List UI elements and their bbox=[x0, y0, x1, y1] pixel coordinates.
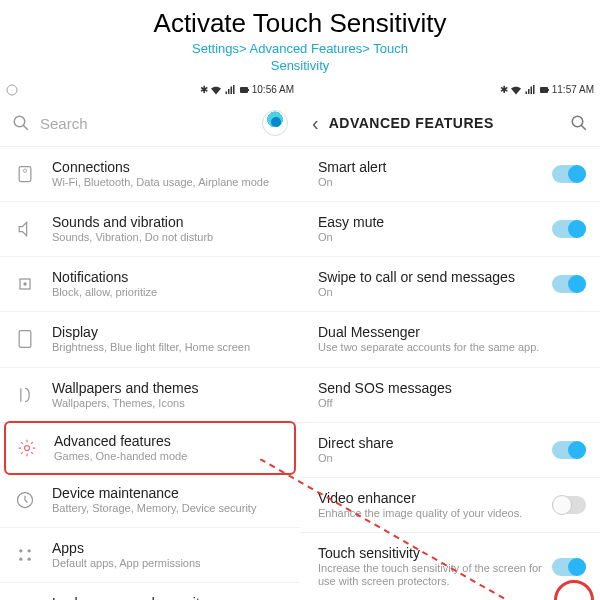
item-sub: On bbox=[318, 452, 544, 465]
settings-item-sound[interactable]: Sounds and vibrationSounds, Vibration, D… bbox=[0, 202, 300, 257]
svg-point-21 bbox=[572, 117, 583, 128]
item-sub: Off bbox=[318, 397, 586, 410]
feature-item[interactable]: Direct shareOn bbox=[300, 423, 600, 478]
device-icon bbox=[14, 489, 36, 511]
item-sub: Sounds, Vibration, Do not disturb bbox=[52, 231, 286, 244]
item-sub: Default apps, App permissions bbox=[52, 557, 286, 570]
svg-point-3 bbox=[14, 117, 25, 128]
svg-point-8 bbox=[23, 283, 26, 286]
advanced-icon bbox=[16, 437, 38, 459]
item-sub: Increase the touch sensitivity of the sc… bbox=[318, 562, 544, 588]
status-time: 10:56 AM bbox=[252, 84, 294, 95]
item-label: Advanced features bbox=[54, 433, 284, 449]
status-bar: ✱ 10:56 AM bbox=[0, 79, 300, 101]
toggle-switch[interactable] bbox=[552, 220, 586, 238]
item-sub: Battery, Storage, Memory, Device securit… bbox=[52, 502, 286, 515]
settings-list: ConnectionsWi-Fi, Bluetooth, Data usage,… bbox=[0, 147, 300, 600]
bluetooth-icon: ✱ bbox=[200, 84, 208, 95]
item-sub: On bbox=[318, 286, 544, 299]
page-title: Activate Touch Sensitivity bbox=[0, 8, 600, 39]
item-label: Connections bbox=[52, 159, 286, 175]
settings-item-apps[interactable]: AppsDefault apps, App permissions bbox=[0, 528, 300, 583]
item-label: Touch sensitivity bbox=[318, 545, 544, 561]
display-icon bbox=[14, 328, 36, 350]
item-sub: Brightness, Blue light filter, Home scre… bbox=[52, 341, 286, 354]
item-sub: Wallpapers, Themes, Icons bbox=[52, 397, 286, 410]
toggle-switch[interactable] bbox=[552, 496, 586, 514]
svg-rect-20 bbox=[548, 89, 549, 91]
settings-item-device[interactable]: Device maintenanceBattery, Storage, Memo… bbox=[0, 473, 300, 528]
settings-item-wallpaper[interactable]: Wallpapers and themesWallpapers, Themes,… bbox=[0, 368, 300, 423]
battery-icon bbox=[238, 84, 250, 96]
phones-container: ✱ 10:56 AM Search ConnectionsWi-Fi, Blue… bbox=[0, 79, 600, 600]
toggle-switch[interactable] bbox=[552, 275, 586, 293]
sound-icon bbox=[14, 218, 36, 240]
feature-item[interactable]: Swipe to call or send messagesOn bbox=[300, 257, 600, 312]
settings-item-connections[interactable]: ConnectionsWi-Fi, Bluetooth, Data usage,… bbox=[0, 147, 300, 202]
feature-item[interactable]: Video enhancerEnhance the image quality … bbox=[300, 478, 600, 533]
battery-icon bbox=[538, 84, 550, 96]
item-label: Apps bbox=[52, 540, 286, 556]
item-label: Video enhancer bbox=[318, 490, 544, 506]
search-icon bbox=[12, 114, 30, 132]
settings-item-notifications[interactable]: NotificationsBlock, allow, prioritize bbox=[0, 257, 300, 312]
svg-point-6 bbox=[23, 169, 26, 172]
reddit-icon bbox=[6, 84, 18, 96]
item-label: Wallpapers and themes bbox=[52, 380, 286, 396]
feature-item[interactable]: Smart alertOn bbox=[300, 147, 600, 202]
item-sub: Block, allow, prioritize bbox=[52, 286, 286, 299]
settings-item-display[interactable]: DisplayBrightness, Blue light filter, Ho… bbox=[0, 312, 300, 367]
item-label: Lock screen and security bbox=[52, 595, 286, 600]
svg-rect-19 bbox=[540, 87, 548, 93]
item-label: Easy mute bbox=[318, 214, 544, 230]
svg-point-10 bbox=[25, 445, 30, 450]
item-sub: Enhance the image quality of your videos… bbox=[318, 507, 544, 520]
item-label: Display bbox=[52, 324, 286, 340]
advanced-header: ‹ ADVANCED FEATURES bbox=[300, 101, 600, 147]
item-sub: Use two separate accounts for the same a… bbox=[318, 341, 586, 354]
bluetooth-icon: ✱ bbox=[500, 84, 508, 95]
header-title: ADVANCED FEATURES bbox=[329, 115, 570, 131]
status-time: 11:57 AM bbox=[552, 84, 594, 95]
item-label: Send SOS messages bbox=[318, 380, 586, 396]
wallpaper-icon bbox=[14, 384, 36, 406]
avatar[interactable] bbox=[262, 110, 288, 136]
item-label: Swipe to call or send messages bbox=[318, 269, 544, 285]
item-sub: Games, One-handed mode bbox=[54, 450, 284, 463]
apps-icon bbox=[14, 544, 36, 566]
item-sub: On bbox=[318, 231, 544, 244]
svg-rect-9 bbox=[19, 331, 31, 348]
svg-rect-2 bbox=[248, 89, 249, 91]
toggle-switch[interactable] bbox=[552, 441, 586, 459]
status-bar: ✱ 11:57 AM bbox=[300, 79, 600, 101]
search-icon[interactable] bbox=[570, 114, 588, 132]
settings-item-lockscreen[interactable]: Lock screen and securityAlways On Displa… bbox=[0, 583, 300, 600]
toggle-switch[interactable] bbox=[552, 558, 586, 576]
signal-icon bbox=[524, 84, 536, 96]
svg-point-18 bbox=[7, 85, 17, 95]
notifications-icon bbox=[14, 273, 36, 295]
svg-rect-1 bbox=[240, 87, 248, 93]
page-header: Activate Touch Sensitivity Settings> Adv… bbox=[0, 0, 600, 79]
feature-item[interactable]: Touch sensitivityIncrease the touch sens… bbox=[300, 533, 600, 600]
svg-point-15 bbox=[28, 558, 31, 561]
item-sub: Wi-Fi, Bluetooth, Data usage, Airplane m… bbox=[52, 176, 286, 189]
item-label: Sounds and vibration bbox=[52, 214, 286, 230]
settings-item-advanced[interactable]: Advanced featuresGames, One-handed mode bbox=[4, 421, 296, 475]
phone-right: ✱ 11:57 AM ‹ ADVANCED FEATURES Smart ale… bbox=[300, 79, 600, 600]
item-label: Notifications bbox=[52, 269, 286, 285]
svg-point-13 bbox=[28, 549, 31, 552]
features-list: Smart alertOnEasy muteOnSwipe to call or… bbox=[300, 147, 600, 600]
svg-point-14 bbox=[19, 558, 22, 561]
back-icon[interactable]: ‹ bbox=[312, 112, 319, 135]
wifi-icon bbox=[510, 84, 522, 96]
toggle-switch[interactable] bbox=[552, 165, 586, 183]
feature-item[interactable]: Easy muteOn bbox=[300, 202, 600, 257]
item-label: Smart alert bbox=[318, 159, 544, 175]
item-label: Device maintenance bbox=[52, 485, 286, 501]
feature-item[interactable]: Dual MessengerUse two separate accounts … bbox=[300, 312, 600, 367]
feature-item[interactable]: Send SOS messagesOff bbox=[300, 368, 600, 423]
svg-line-22 bbox=[581, 126, 586, 131]
wifi-icon bbox=[210, 84, 222, 96]
search-bar[interactable]: Search bbox=[0, 101, 300, 147]
